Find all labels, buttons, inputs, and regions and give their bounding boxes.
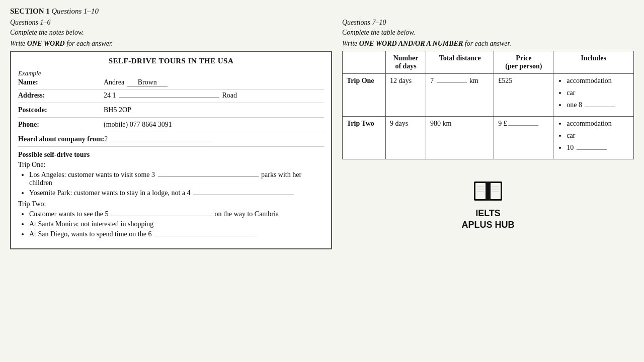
book-icon — [473, 179, 503, 205]
address-value: 24 1 Road — [104, 92, 324, 100]
table-row-trip-two: Trip Two 9 days 980 km 9 £ accommodation… — [343, 117, 634, 159]
right-column: Questions 7–10 Complete the table below.… — [342, 19, 634, 249]
possible-heading: Possible self-drive tours — [18, 151, 324, 159]
trip-one-includes: accommodation car one 8 — [553, 74, 634, 117]
trip-one-price: £525 — [494, 74, 553, 117]
blank-8 — [585, 107, 615, 107]
trip-two-includes-3: 10 — [567, 144, 629, 152]
trip-one-includes-1: accommodation — [567, 77, 629, 85]
trips-table: Numberof days Total distance Price(per p… — [342, 51, 634, 159]
blank-7 — [437, 82, 467, 83]
phone-row: Phone: (mobile) 077 8664 3091 — [18, 121, 324, 132]
trip-two-includes: accommodation car 10 — [553, 117, 634, 159]
trip-one-includes-3: one 8 — [567, 101, 629, 109]
blank-10 — [577, 149, 607, 150]
trip-two-includes-1: accommodation — [567, 120, 629, 128]
blank-6 — [154, 236, 255, 236]
table-header-row: Numberof days Total distance Price(per p… — [343, 51, 634, 74]
trip-two-item-2: At Santa Monica: not interested in shopp… — [29, 220, 324, 228]
trip-one-name: Trip One — [343, 74, 386, 117]
trip-one-includes-2: car — [567, 89, 629, 97]
notes-box: SELF-DRIVE TOURS IN THE USA Example Name… — [10, 51, 332, 249]
trip-two-distance: 980 km — [426, 117, 494, 159]
heard-blank — [111, 141, 211, 141]
trip-two-days: 9 days — [386, 117, 426, 159]
page-header: SECTION 1 Questions 1–10 — [10, 7, 634, 16]
col-header-distance: Total distance — [426, 51, 494, 74]
blank-9 — [508, 125, 538, 126]
address-blank — [119, 97, 219, 98]
address-label: Address: — [18, 92, 104, 100]
logo-area: IELTS APLUS HUB — [342, 179, 634, 231]
trip-one-label: Trip One: — [18, 161, 324, 169]
address-row: Address: 24 1 Road — [18, 92, 324, 103]
trip-one-item-2: Yosemite Park: customer wants to stay in… — [29, 189, 324, 197]
right-instruction1: Complete the table below. — [342, 29, 634, 37]
notes-box-title: SELF-DRIVE TOURS IN THE USA — [18, 57, 324, 65]
trip-one-includes-list: accommodation car one 8 — [557, 77, 629, 109]
logo-text: IELTS APLUS HUB — [461, 208, 514, 231]
trip-one-days: 12 days — [386, 74, 426, 117]
name-answer: Brown — [127, 78, 168, 87]
trip-two-list: Customer wants to see the 5 on the way t… — [18, 210, 324, 238]
name-row: Name: Andrea Brown — [18, 78, 324, 89]
trip-two-includes-list: accommodation car 10 — [557, 120, 629, 152]
right-subtitle: Questions 7–10 — [342, 19, 634, 27]
heard-row: Heard about company from: 2 — [18, 135, 324, 147]
col-header-days: Numberof days — [386, 51, 426, 74]
left-instruction2: Write ONE WORD for each answer. — [10, 40, 332, 48]
section-title: Questions 1–10 — [51, 7, 99, 15]
left-instruction2-bold: ONE WORD — [27, 40, 65, 47]
col-header-empty — [343, 51, 386, 74]
trip-one-distance: 7 km — [426, 74, 494, 117]
blank-3 — [158, 176, 259, 177]
phone-label: Phone: — [18, 121, 104, 129]
postcode-value: BH5 2OP — [104, 106, 324, 114]
example-label: Example — [18, 69, 324, 77]
left-subtitle: Questions 1–6 — [10, 19, 332, 27]
heard-label: Heard about company from: — [18, 135, 104, 143]
col-header-includes: Includes — [553, 51, 634, 74]
trip-two-name: Trip Two — [343, 117, 386, 159]
trip-one-item-1: Los Angeles: customer wants to visit som… — [29, 171, 324, 187]
trip-two-label: Trip Two: — [18, 200, 324, 208]
logo-line1: IELTS — [461, 208, 514, 219]
name-label: Name: — [18, 78, 104, 86]
heard-value: 2 — [104, 135, 324, 143]
postcode-row: Postcode: BH5 2OP — [18, 106, 324, 118]
section-label: SECTION 1 — [10, 7, 50, 15]
trip-two-includes-2: car — [567, 132, 629, 140]
table-row-trip-one: Trip One 12 days 7 km £525 accommodation… — [343, 74, 634, 117]
svg-rect-3 — [475, 183, 486, 199]
svg-rect-5 — [487, 182, 490, 201]
trip-two-price: 9 £ — [494, 117, 553, 159]
blank-4 — [193, 195, 294, 195]
trip-two-item-1: Customer wants to see the 5 on the way t… — [29, 210, 324, 218]
trip-two-item-3: At San Diego, wants to spend time on the… — [29, 230, 324, 238]
right-instruction2: Write ONE WORD AND/OR A NUMBER for each … — [342, 40, 634, 48]
right-instruction2-bold: ONE WORD AND/OR A NUMBER — [359, 40, 463, 47]
phone-value: (mobile) 077 8664 3091 — [104, 121, 324, 129]
left-column: Questions 1–6 Complete the notes below. … — [10, 19, 332, 249]
name-value: Andrea Brown — [104, 78, 169, 87]
postcode-label: Postcode: — [18, 106, 104, 114]
svg-rect-4 — [491, 183, 501, 199]
trip-one-list: Los Angeles: customer wants to visit som… — [18, 171, 324, 197]
logo-line2: APLUS HUB — [461, 219, 514, 231]
blank-5 — [111, 216, 212, 216]
left-instruction1: Complete the notes below. — [10, 29, 332, 37]
col-header-price: Price(per person) — [494, 51, 553, 74]
